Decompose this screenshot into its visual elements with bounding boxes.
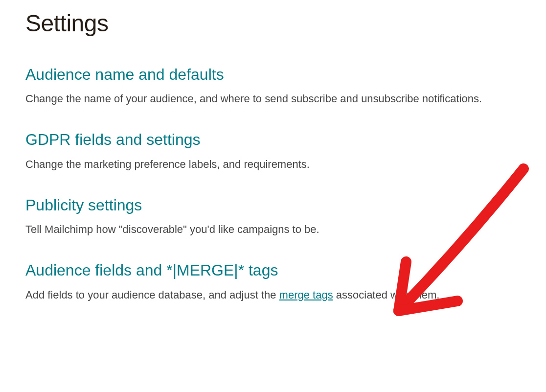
link-publicity-settings[interactable]: Publicity settings bbox=[25, 196, 142, 214]
setting-section-gdpr: GDPR fields and settings Change the mark… bbox=[25, 130, 521, 172]
link-audience-name-defaults[interactable]: Audience name and defaults bbox=[25, 65, 224, 84]
description-audience-name: Change the name of your audience, and wh… bbox=[25, 91, 521, 107]
link-merge-tags-inline[interactable]: merge tags bbox=[279, 289, 333, 301]
setting-section-audience-name: Audience name and defaults Change the na… bbox=[25, 65, 521, 107]
description-text-after: associated with them. bbox=[333, 289, 440, 301]
page-title: Settings bbox=[25, 10, 521, 37]
link-audience-fields-merge-tags[interactable]: Audience fields and *|MERGE|* tags bbox=[25, 261, 278, 279]
annotation-arrow-icon bbox=[377, 159, 538, 335]
description-text-before: Add fields to your audience database, an… bbox=[25, 289, 279, 301]
description-publicity: Tell Mailchimp how "discoverable" you'd … bbox=[25, 221, 521, 237]
setting-section-audience-fields: Audience fields and *|MERGE|* tags Add f… bbox=[25, 261, 521, 302]
link-gdpr-fields[interactable]: GDPR fields and settings bbox=[25, 130, 201, 149]
description-gdpr: Change the marketing preference labels, … bbox=[25, 156, 521, 172]
setting-section-publicity: Publicity settings Tell Mailchimp how "d… bbox=[25, 196, 521, 237]
description-audience-fields: Add fields to your audience database, an… bbox=[25, 287, 521, 303]
